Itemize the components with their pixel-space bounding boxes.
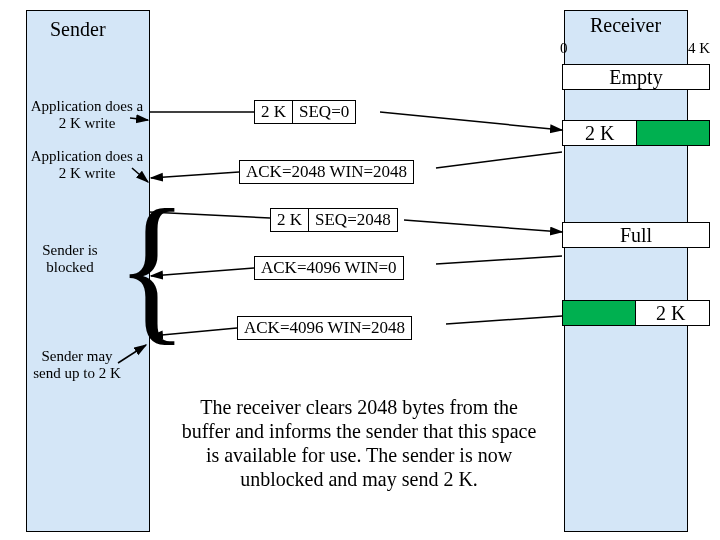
svg-line-8 bbox=[404, 220, 562, 232]
svg-line-9 bbox=[436, 256, 562, 264]
caption-text: The receiver clears 2048 bytes from the … bbox=[174, 395, 544, 491]
buffer-last-label: 2 K bbox=[656, 302, 685, 325]
tick-4k: 4 K bbox=[688, 40, 710, 57]
buffer-last-fill bbox=[562, 300, 636, 326]
note-write-2: Application does a 2 K write bbox=[30, 148, 144, 182]
msg-seq-2048: 2 K SEQ=2048 bbox=[270, 208, 398, 232]
msg-seq-2048-label: SEQ=2048 bbox=[309, 209, 397, 231]
note-may-send: Sender may send up to 2 K bbox=[32, 348, 122, 382]
msg-ack-1: ACK=2048 WIN=2048 bbox=[239, 160, 414, 184]
msg-seq-2048-size: 2 K bbox=[271, 209, 309, 231]
msg-ack-3: ACK=4096 WIN=2048 bbox=[237, 316, 412, 340]
note-write-1: Application does a 2 K write bbox=[30, 98, 144, 132]
svg-line-4 bbox=[380, 112, 562, 130]
svg-line-10 bbox=[151, 268, 254, 276]
msg-ack-2: ACK=4096 WIN=0 bbox=[254, 256, 404, 280]
buffer-empty: Empty bbox=[562, 64, 710, 90]
buffer-full: Full bbox=[562, 222, 710, 248]
msg-seq-0: 2 K SEQ=0 bbox=[254, 100, 356, 124]
note-blocked: Sender is blocked bbox=[32, 242, 108, 276]
tick-zero: 0 bbox=[560, 40, 568, 57]
sender-title: Sender bbox=[50, 18, 106, 41]
svg-line-11 bbox=[446, 316, 562, 324]
svg-line-5 bbox=[436, 152, 562, 168]
buffer-first-label: 2 K bbox=[585, 122, 614, 144]
receiver-title: Receiver bbox=[590, 14, 661, 37]
svg-line-12 bbox=[151, 328, 237, 336]
buffer-first-fill bbox=[636, 120, 710, 146]
msg-seq-0-label: SEQ=0 bbox=[293, 101, 355, 123]
svg-line-7 bbox=[149, 212, 270, 218]
msg-seq-0-size: 2 K bbox=[255, 101, 293, 123]
svg-line-6 bbox=[151, 172, 239, 178]
